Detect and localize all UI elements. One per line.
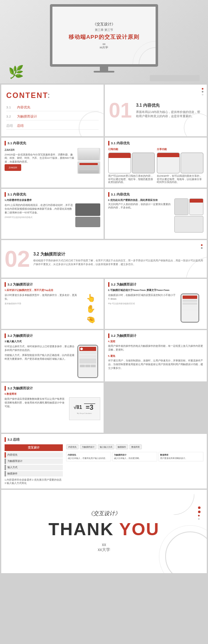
summary-item-3: 输入方式 <box>5 465 63 470</box>
flow-item-4: 触摸操作 <box>116 444 128 449</box>
math-subtitle: 6.数值简有 <box>5 392 100 396</box>
flow-subtitle2: 5.避免 <box>108 354 204 358</box>
math-text-area: 能用户操作该应用需要数数制要实有可以让用户每界面很清晰地看到里，使使用各对的属性… <box>5 397 67 420</box>
priority-text-area: 2.优先处出用户需要的信息，因此界面应当传 关注到用户个人喜好的内容，你的设计一… <box>108 198 173 233</box>
summary-item-2: 为触摸而设计 <box>5 459 63 464</box>
slide-32-tap: 3.2 为触摸而设计 1.应对设计让触摸的交互，而不只是Tap点击 设计时要使分… <box>1 279 104 329</box>
touch-phone-mockup <box>181 293 199 323</box>
slide-31-req: 3.1 内容优先 1.内容需求符合设备需求 在PC上应用的内容相组相混后，在进行… <box>1 189 104 239</box>
zaker-images <box>77 148 100 174</box>
hero-title-cn: 《交互设计》 <box>69 22 139 27</box>
phone-img-4 <box>181 153 203 173</box>
svg-point-0 <box>139 48 156 64</box>
slide-31-phones-header: 3.1 内容优先 <box>108 141 204 145</box>
priority-phone-2 <box>189 198 203 215</box>
thankyou-small-arc <box>173 494 194 515</box>
you-text: YOU <box>114 519 160 539</box>
math-content: 能用户操作该应用需要数数制要实有可以让用户每界面很清晰地看到里，使使用各对的属性… <box>5 397 100 420</box>
tap-subtitle: 1.应对设计让触摸的交互，而不只是Tap点击 <box>5 288 100 292</box>
tap-header: 3.2 为触摸而设计 <box>5 282 100 287</box>
input-text2: 功能输入方式，屏幕智能提供用户输入的正确选项，以内容是最终更为重要操作。用户更容… <box>5 353 75 361</box>
plant-decoration: 🌿 <box>8 65 24 79</box>
share-title: 分享功能 <box>157 148 203 151</box>
hand-tap-icon: 👆 <box>86 293 95 303</box>
hero-main-title: 移动端APP的交互设计原则 <box>69 33 139 41</box>
summary-title-box: 交互设计 <box>5 444 63 451</box>
thankyou-author: xx <box>102 542 106 547</box>
summary-text-left: 1.内容需求符合设备需求 2.优先展示用户需要的信息 3.输入输入方式简化 <box>5 478 63 485</box>
tap-note: 基本触摸操作手势 <box>5 302 80 305</box>
touch-area-text-area: 在触摸设计时，在触摸操作区域的设置应该控制大小不能小于 7~9mm 44p 可以… <box>108 293 179 323</box>
thank-text: THANK <box>49 519 114 539</box>
section-31-title: 3.1 内容优先 <box>136 103 203 108</box>
big-number-02: 02 <box>5 248 30 271</box>
tap-content: 设计时要使分多多单触摸类型中，使用的操作分，更多友好，更真实。 基本触摸操作手势… <box>5 293 100 324</box>
math-box: √81 =3 My Script Calculator <box>69 397 100 420</box>
flow-subtitle1: 4.流程 <box>108 340 204 343</box>
slide-32-flow: 3.2 为触摸而设计 4.流程 能用户操作者的操作性的地点为触摸操作的使用功能，… <box>105 330 207 381</box>
tap-hand-icons: 👆 ✋ 🤏 <box>82 293 100 324</box>
touch-area-content: 在触摸设计时，在触摸操作区域的设置应该控制大小不能小于 7~9mm 44p 可以… <box>108 293 204 323</box>
share-phones <box>157 153 203 173</box>
touch-area-subtitle: 2.可触摸区域必须大于7mm×7mm 屏幕文字7mm×7mm <box>108 288 204 292</box>
flow-text2: 对于避注用户，当做控制原始，连接时，让用户快速充分，并掌握目标。对最流操作产品，… <box>108 359 204 370</box>
phone-img-3 <box>157 153 180 173</box>
share-text: 在ZAKER中，你可以阅读到朋友分享的，也可以通过地理、地地等，以社媒体分享时间… <box>157 175 203 184</box>
touch-area-note: 44p 可以提供移动端操控区域 <box>108 302 179 305</box>
hand-pinch-icon: 🤏 <box>86 315 95 324</box>
thankyou-school: xx大学 <box>98 547 110 553</box>
slide-31-phones: 3.1 内容优先 订阅功能 用户可以ZAKER里订阅自己喜欢的内容，你可以通过地… <box>105 138 207 188</box>
col-1: 内容优先 成少文本输入，尽量简化用户输入的内容。 <box>66 452 111 461</box>
slide-32-touch-area: 3.2 为触摸而设计 2.可触摸区域必须大于7mm×7mm 屏幕文字7mm×7m… <box>105 279 207 329</box>
req-images <box>75 203 100 227</box>
list-item: 3.1 内容优先 <box>6 104 99 111</box>
flow-item-1: 内容优先 <box>66 444 79 449</box>
content-title: CONTENT: <box>6 90 99 100</box>
summary-flow-items: 内容优先 为触摸而设计 输入输入方式 触摸操作 数值简有 <box>66 444 203 449</box>
phone-img-1 <box>108 153 131 173</box>
summary-item-1: 内容优先 <box>5 452 63 458</box>
req-content: 在PC上应用的内容相组相混后，在进行内容移动化时，并不适合在内容框架规模移动端操… <box>5 203 100 227</box>
input-subtitle: 3.输入输入方式 <box>5 340 100 343</box>
summary-diagram-area: 交互设计 内容优先 为触摸而设计 输入方式 触摸操作 1.内容需求符合设备需求 … <box>5 444 63 485</box>
svg-point-1 <box>133 41 156 64</box>
monitor-screen: 《交互设计》 第三章 第三节 移动端APP的交互设计原则 xx xx大学 <box>50 4 158 67</box>
flow-header: 3.2 为触摸而设计 <box>108 333 204 338</box>
slide-31-priority: 3.1 内容优先 2.优先处出用户需要的信息，因此界面应当传 关注到用户个人喜好… <box>105 189 207 239</box>
zaker-desc: ZAKER是一款优质新闻会与分享写真服务器件、消费利器、趣闻、科技、财经、时尚、… <box>5 153 76 163</box>
flow-section1: 4.流程 能用户操作者的操作性的地点为触摸操作的使用功能，有一定程度上放几为操作… <box>108 340 204 352</box>
req-header: 3.1 内容优先 <box>5 192 100 197</box>
slide-32-math: 3.2 为触摸而设计 6.数值简有 能用户操作该应用需要数数制要实有可以让用户每… <box>1 383 104 433</box>
input-phone <box>77 345 98 378</box>
zaker-img-2 <box>77 161 100 174</box>
math-formula: √81 =3 <box>74 403 95 411</box>
touch-area-header: 3.2 为触摸而设计 <box>108 282 204 287</box>
zaker-logo: ZAKER <box>5 164 21 171</box>
req-text-area: 在PC上应用的内容相组相混后，在进行内容移动化时，并不适合在内容框架规模移动端操… <box>5 203 73 227</box>
zaker-text: ZAKER ZAKER是一款优质新闻会与分享写真服务器件、消费利器、趣闻、科技、… <box>5 148 76 174</box>
priority-phones <box>174 198 203 233</box>
svg-point-2 <box>186 257 207 278</box>
zaker-brand: ZAKER <box>5 148 76 152</box>
flow-item-3: 输入输入方式 <box>98 444 114 449</box>
priority-section-title: 2.优先处出用户需要的信息，因此界面应当传 <box>108 198 173 202</box>
req-caption: ZAKER可以提供多种内容格式 <box>5 216 73 218</box>
zaker-content: ZAKER ZAKER是一款优质新闻会与分享写真服务器件、消费利器、趣闻、科技、… <box>5 148 100 174</box>
flow-item-2: 为触摸而设计 <box>80 444 97 449</box>
slide-02-number: 02 3.2 为触摸而设计 移动端基于手势的操作方式已经已经了到你手指里了解，在… <box>1 240 207 278</box>
summary-content: 交互设计 内容优先 为触摸而设计 输入方式 触摸操作 1.内容需求符合设备需求 … <box>5 444 203 485</box>
input-header: 3.2 为触摸而设计 <box>5 333 100 338</box>
big-number-01: 01 <box>109 100 132 121</box>
keyboard <box>150 75 200 81</box>
hero-author: xx <box>69 43 139 45</box>
subscribe-text: 用户可以ZAKER里订阅自己喜欢的内容，你可以通过地理、地区等，智能匹配您喜欢类… <box>108 175 155 184</box>
slides-grid: CONTENT: 3.1 内容优先 3.2 为触摸而设计 总结 总结 01 3.… <box>0 83 208 574</box>
section-share: 分享功能 在ZAKER中，你可以阅读到朋友分享的，也可以通过地理、地地等，以社媒… <box>157 148 203 184</box>
monitor-stand <box>100 67 108 71</box>
tap-text-area: 设计时要使分多多单触摸类型中，使用的操作分，更多友好，更真实。 基本触摸操作手势 <box>5 293 80 324</box>
zaker-header: 3.1 内容优先 <box>5 141 100 145</box>
req-img-device <box>75 203 100 216</box>
summary-item-4: 触摸操作 <box>5 471 63 476</box>
phone-img-2 <box>132 153 155 173</box>
input-text-area: 针对这么操作方式，有时候操作以上已经需要多操作，那么整合多种用户操作的信息的。 … <box>5 345 75 378</box>
